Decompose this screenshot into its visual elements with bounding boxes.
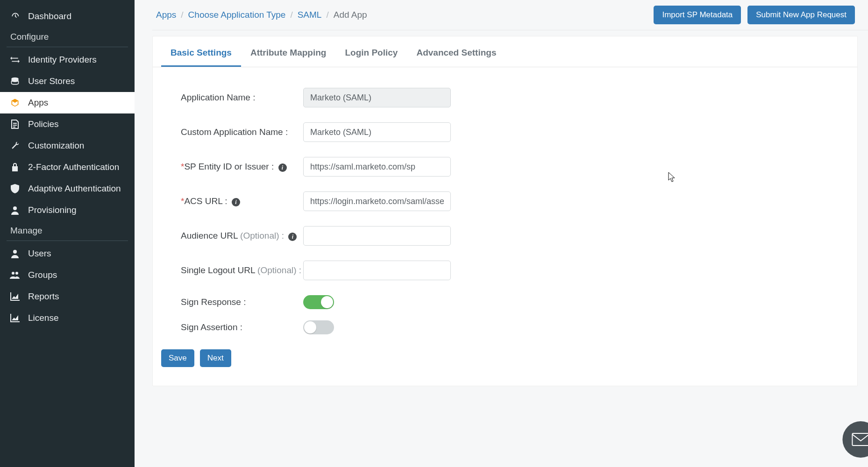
sidebar-item-license[interactable]: License	[0, 307, 135, 329]
dashboard-icon	[8, 12, 21, 21]
sign-assertion-label: Sign Assertion :	[181, 321, 303, 334]
mail-icon	[851, 432, 868, 446]
breadcrumb-current: Add App	[334, 10, 367, 20]
sp-entity-id-input[interactable]	[303, 157, 451, 177]
tab-attribute-mapping[interactable]: Attribute Mapping	[241, 36, 336, 67]
sidebar-item-label: Adaptive Authentication	[28, 184, 121, 194]
cube-icon	[8, 98, 21, 107]
sidebar-item-label: Customization	[28, 141, 84, 151]
tab-basic-settings[interactable]: Basic Settings	[161, 36, 241, 67]
breadcrumb-separator: /	[181, 10, 183, 20]
sidebar-item-2fa[interactable]: 2-Factor Authentication	[0, 156, 135, 178]
sidebar-item-provisioning[interactable]: Provisioning	[0, 199, 135, 221]
sidebar-section-manage: Manage	[0, 221, 135, 239]
next-button[interactable]: Next	[200, 349, 231, 367]
field-sign-response: Sign Response :	[181, 295, 848, 309]
topbar: Apps / Choose Application Type / SAML / …	[152, 0, 868, 30]
breadcrumb-choose-type[interactable]: Choose Application Type	[188, 10, 286, 20]
basic-settings-form: Application Name : Custom Application Na…	[153, 67, 857, 334]
info-icon[interactable]: i	[278, 163, 287, 172]
sidebar-divider	[7, 47, 128, 47]
save-button[interactable]: Save	[161, 349, 194, 367]
sidebar-item-identity-providers[interactable]: Identity Providers	[0, 49, 135, 71]
field-audience-url: Audience URL (Optional) : i	[181, 226, 848, 246]
sidebar-item-label: 2-Factor Authentication	[28, 162, 119, 172]
sidebar-divider	[7, 241, 128, 241]
sidebar-item-label: Identity Providers	[28, 55, 97, 65]
svg-point-1	[13, 206, 17, 210]
acs-url-label: *ACS URL : i	[181, 195, 303, 208]
sidebar-item-users[interactable]: Users	[0, 243, 135, 264]
form-card: Basic Settings Attribute Mapping Login P…	[152, 36, 858, 386]
audience-url-input[interactable]	[303, 226, 451, 246]
sidebar-item-label: Policies	[28, 119, 58, 129]
exchange-icon	[8, 56, 21, 64]
sign-response-label: Sign Response :	[181, 296, 303, 309]
lock-icon	[8, 163, 21, 172]
sidebar-item-label: User Stores	[28, 76, 75, 86]
sidebar-item-label: Provisioning	[28, 205, 77, 215]
chart-icon	[8, 314, 21, 322]
info-icon[interactable]: i	[288, 233, 297, 241]
sidebar-item-customization[interactable]: Customization	[0, 135, 135, 156]
sign-assertion-toggle[interactable]	[303, 320, 334, 334]
field-single-logout-url: Single Logout URL (Optional) :	[181, 261, 848, 280]
info-icon[interactable]: i	[232, 198, 240, 206]
sidebar-item-groups[interactable]: Groups	[0, 264, 135, 286]
sign-response-toggle[interactable]	[303, 295, 334, 309]
breadcrumb-separator: /	[326, 10, 328, 20]
users-icon	[8, 271, 21, 279]
sidebar-item-label: Reports	[28, 291, 59, 302]
sidebar-item-apps[interactable]: Apps	[0, 92, 135, 113]
sidebar-item-user-stores[interactable]: User Stores	[0, 71, 135, 92]
form-actions: Save Next	[161, 349, 857, 367]
sp-entity-id-label: *SP Entity ID or Issuer : i	[181, 161, 303, 173]
field-sign-assertion: Sign Assertion :	[181, 320, 848, 334]
user-icon	[8, 249, 21, 258]
single-logout-url-input[interactable]	[303, 261, 451, 280]
svg-point-2	[13, 250, 17, 254]
database-icon	[8, 77, 21, 86]
custom-application-name-label: Custom Application Name :	[181, 126, 303, 139]
acs-url-input[interactable]	[303, 191, 451, 211]
field-custom-application-name: Custom Application Name :	[181, 122, 848, 142]
sidebar-item-adaptive-auth[interactable]: Adaptive Authentication	[0, 178, 135, 199]
custom-application-name-input[interactable]	[303, 122, 451, 142]
main-content: Apps / Choose Application Type / SAML / …	[135, 0, 868, 467]
tab-login-policy[interactable]: Login Policy	[335, 36, 407, 67]
sidebar-item-reports[interactable]: Reports	[0, 286, 135, 307]
import-sp-metadata-button[interactable]: Import SP Metadata	[654, 6, 741, 24]
field-sp-entity-id: *SP Entity ID or Issuer : i	[181, 157, 848, 177]
sidebar-item-label: Groups	[28, 270, 57, 280]
user-icon	[8, 205, 21, 215]
svg-point-4	[15, 272, 18, 275]
breadcrumb-apps[interactable]: Apps	[156, 10, 176, 20]
single-logout-url-label: Single Logout URL (Optional) :	[181, 264, 303, 277]
svg-point-3	[12, 272, 14, 275]
submit-new-app-request-button[interactable]: Submit New App Request	[747, 6, 855, 24]
topbar-actions: Import SP Metadata Submit New App Reques…	[654, 6, 855, 24]
field-application-name: Application Name :	[181, 88, 848, 107]
audience-url-label: Audience URL (Optional) : i	[181, 230, 303, 242]
application-name-label: Application Name :	[181, 92, 303, 104]
tab-advanced-settings[interactable]: Advanced Settings	[407, 36, 505, 67]
sidebar-item-label: Dashboard	[28, 11, 71, 21]
field-acs-url: *ACS URL : i	[181, 191, 848, 211]
sidebar-item-dashboard[interactable]: Dashboard	[0, 6, 135, 27]
shield-icon	[8, 184, 21, 193]
chart-icon	[8, 292, 21, 301]
sidebar-item-label: License	[28, 313, 59, 323]
document-icon	[8, 120, 21, 129]
sidebar: Dashboard Configure Identity Providers U…	[0, 0, 135, 467]
sidebar-item-label: Apps	[28, 98, 48, 108]
sidebar-section-configure: Configure	[0, 27, 135, 45]
breadcrumb: Apps / Choose Application Type / SAML / …	[156, 10, 367, 20]
application-name-input	[303, 88, 451, 107]
sidebar-item-label: Users	[28, 248, 51, 259]
wrench-icon	[8, 141, 21, 150]
tabs: Basic Settings Attribute Mapping Login P…	[153, 36, 857, 67]
breadcrumb-separator: /	[290, 10, 292, 20]
svg-rect-5	[852, 433, 868, 446]
sidebar-item-policies[interactable]: Policies	[0, 113, 135, 135]
breadcrumb-saml[interactable]: SAML	[298, 10, 322, 20]
